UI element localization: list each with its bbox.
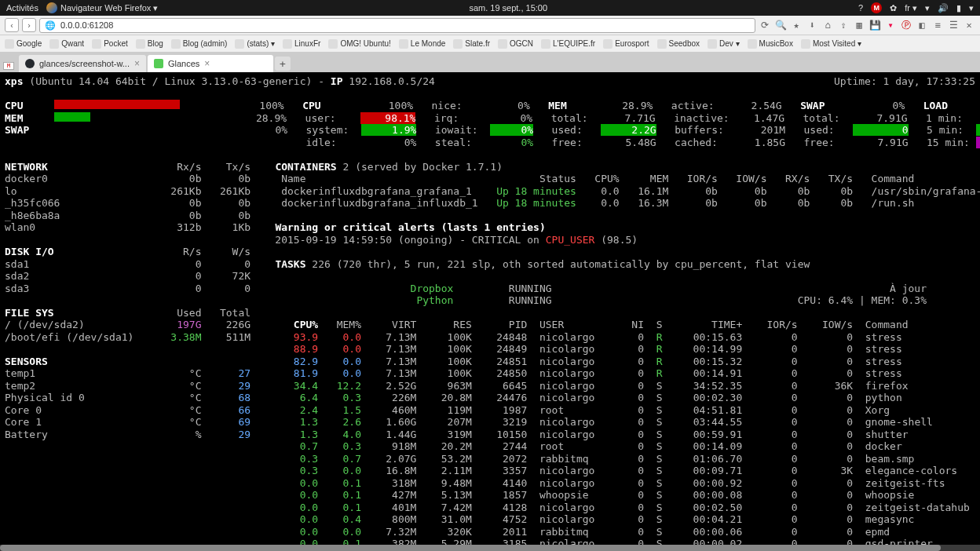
term-row: temp1 °C 27 81.9 0.0 7.13M 100K 24850 ni… <box>5 367 975 380</box>
bookmarks-bar: GoogleQwantPocketBlogBlog (admin)(stats)… <box>0 35 980 53</box>
reload-icon[interactable]: ⟳ <box>759 20 771 31</box>
pocket-icon[interactable]: ▾ <box>884 20 897 31</box>
term-row: sda2 0 72K <box>5 270 975 283</box>
save-icon[interactable]: 💾 <box>868 20 881 31</box>
tab-title: glances/screenshot-w... <box>39 59 130 68</box>
term-row: Core 0 °C 66 2.4 1.5 460M 119M 1987 root… <box>5 404 975 417</box>
term-row: sda1 0 0 TASKS 226 (720 thr), 5 run, 221… <box>5 258 975 271</box>
network-icon[interactable]: ▾ <box>925 3 930 13</box>
bookmark-item[interactable]: Most Visited ▾ <box>801 39 861 49</box>
horizontal-scrollbar[interactable] <box>0 545 980 551</box>
bookmark-icon <box>498 39 507 49</box>
bookmark-item[interactable]: L'EQUIPE.fr <box>541 39 595 49</box>
term-row: Physical id 0 °C 68 6.4 0.3 226M 20.8M 2… <box>5 392 975 404</box>
bookmark-icon <box>801 39 810 49</box>
term-row: Battery % 29 1.3 4.0 1.44G 319M 10150 ni… <box>5 429 975 441</box>
bookmark-item[interactable]: Pocket <box>92 39 128 49</box>
battery-icon[interactable]: ▮ <box>956 3 961 13</box>
star-icon[interactable]: ★ <box>790 20 803 31</box>
bookmark-icon <box>541 39 550 49</box>
term-row: / (/dev/sda2) 197G 226G CPU% MEM% VIRT R… <box>5 319 975 331</box>
close-tab-icon[interactable]: × <box>134 58 140 69</box>
term-row: 0.3 0.0 16.8M 2.11M 3357 nicolargo 0 S 0… <box>5 465 975 477</box>
bookmark-icon <box>171 39 181 49</box>
bookmark-icon <box>603 39 612 49</box>
close-icon[interactable]: ✕ <box>963 20 975 31</box>
pinterest-icon[interactable]: Ⓟ <box>900 19 912 32</box>
term-row: lo 261Kb 261Kb dockerinfluxdbgrafana_gra… <box>5 185 975 198</box>
menu-icon[interactable]: ☰ <box>947 20 960 31</box>
new-tab-button[interactable]: + <box>275 57 291 71</box>
bookmark-icon <box>399 39 408 49</box>
power-icon[interactable]: ▾ <box>969 3 974 13</box>
term-row: temp2 °C 29 34.4 12.2 2.52G 963M 6645 ni… <box>5 380 975 392</box>
close-tab-icon[interactable]: × <box>204 58 210 69</box>
term-row: 88.9 0.0 7.13M 100K 24849 nicolargo 0 R … <box>5 343 975 356</box>
bookmark-item[interactable]: Qwant <box>49 39 84 49</box>
bookmark-icon <box>5 39 14 49</box>
bookmark-item[interactable]: Blog (admin) <box>171 39 228 49</box>
term-row: 0.3 0.7 2.07G 53.2M 2072 rabbitmq 0 S 01… <box>5 453 975 465</box>
bookmark-item[interactable]: OMG! Ubuntu! <box>328 39 390 49</box>
ext-icon[interactable]: ◧ <box>916 20 928 31</box>
bookmark-item[interactable]: MusicBox <box>748 39 793 49</box>
search-icon[interactable]: 🔍 <box>774 20 787 31</box>
term-row: wlan0 312b 1Kb Warning or critical alert… <box>5 221 975 234</box>
bookmark-icon <box>235 39 244 49</box>
globe-icon: 🌐 <box>45 20 56 31</box>
download-icon[interactable]: ⬇ <box>806 20 818 31</box>
mega-icon[interactable]: M <box>871 2 882 13</box>
term-row: 0.0 0.1 427M 5.13M 1857 whoopsie 0 S 00:… <box>5 489 975 502</box>
activities-button[interactable]: Activités <box>6 3 38 13</box>
tab-title: Glances <box>168 59 199 68</box>
term-row: Python RUNNING CPU: 6.4% | MEM: 0.3% <box>5 294 975 307</box>
lang-menu[interactable]: fr ▾ <box>905 3 917 13</box>
volume-icon[interactable]: 🔊 <box>938 3 949 13</box>
term-row: SENSORS 82.9 0.0 7.13M 100K 24851 nicola… <box>5 356 975 368</box>
glances-page: xps (Ubuntu 14.04 64bit / Linux 3.13.0-6… <box>0 72 980 551</box>
bookmark-icon <box>453 39 463 49</box>
share-icon[interactable]: ⇪ <box>837 20 850 31</box>
scrollbar-thumb[interactable] <box>0 545 941 551</box>
bookmark-icon <box>748 39 757 49</box>
help-icon[interactable]: ? <box>858 3 863 13</box>
glances-icon <box>154 59 163 68</box>
clock[interactable]: sam. 19 sept., 15:00 <box>158 3 858 13</box>
forward-button[interactable]: › <box>22 18 36 32</box>
browser-toolbar: ‹ › 🌐0.0.0.0:61208 ⟳ 🔍 ★ ⬇ ⌂ ⇪ ▦ 💾 ▾ Ⓟ ◧… <box>0 16 980 35</box>
bookmark-item[interactable]: Google <box>5 39 42 49</box>
term-row: 0.7 0.3 918M 20.2M 2744 root 0 S 00:14.0… <box>5 440 975 453</box>
tab-0[interactable]: glances/screenshot-w... × <box>19 55 146 72</box>
system-header: xps (Ubuntu 14.04 64bit / Linux 3.13.0-6… <box>5 75 975 88</box>
bookmark-item[interactable]: LinuxFr <box>283 39 320 49</box>
list-icon[interactable]: ≡ <box>931 20 944 31</box>
bookmark-icon <box>92 39 101 49</box>
tab-1[interactable]: Glances × <box>148 55 273 72</box>
bookmark-item[interactable]: Slate.fr <box>453 39 490 49</box>
firefox-icon <box>46 2 57 13</box>
term-row: 0.0 0.1 401M 7.42M 4128 nicolargo 0 S 00… <box>5 502 975 514</box>
bookmark-item[interactable]: (stats) ▾ <box>235 39 275 49</box>
app-menu[interactable]: Navigateur Web Firefox ▾ <box>46 2 158 13</box>
grid-icon[interactable]: ▦ <box>853 20 865 31</box>
term-row: _h8e6ba8a 0b 0b <box>5 210 975 222</box>
term-row: NETWORK Rx/s Tx/s CONTAINERS 2 (served b… <box>5 161 975 173</box>
gmail-icon[interactable]: M <box>3 62 14 70</box>
back-button[interactable]: ‹ <box>5 18 19 32</box>
term-row: _h35fc066 0b 0b dockerinfluxdbgrafana_in… <box>5 197 975 210</box>
term-row: 2015-09-19 14:59:50 (ongoing) - CRITICAL… <box>5 234 975 246</box>
bookmark-icon <box>283 39 292 49</box>
bookmark-item[interactable]: Eurosport <box>603 39 649 49</box>
term-row: docker0 0b 0b Name Status CPU% MEM IOR/s… <box>5 173 975 185</box>
url-bar[interactable]: 🌐0.0.0.0:61208 <box>39 18 755 33</box>
bookmark-item[interactable]: OGCN <box>498 39 533 49</box>
home-icon[interactable]: ⌂ <box>821 20 834 31</box>
bookmark-item[interactable]: Dev ▾ <box>708 39 740 49</box>
bookmark-item[interactable]: Seedbox <box>657 39 700 49</box>
tray-icon[interactable]: ✿ <box>890 3 897 13</box>
tab-strip: M glances/screenshot-w... × Glances × + <box>0 53 980 72</box>
bookmark-item[interactable]: Le Monde <box>399 39 445 49</box>
term-row: 0.0 0.0 7.32M 320K 2011 rabbitmq 0 S 00:… <box>5 526 975 538</box>
term-row: sda3 0 0 Dropbox RUNNING À jour <box>5 283 975 295</box>
bookmark-item[interactable]: Blog <box>136 39 163 49</box>
